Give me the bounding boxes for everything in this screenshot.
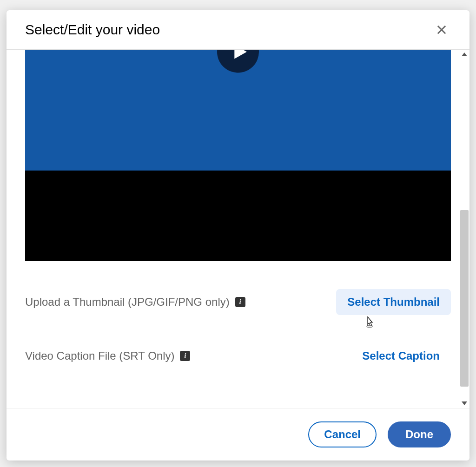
caption-label-text: Video Caption File (SRT Only) <box>25 349 174 362</box>
modal-scroll-content: Upload a Thumbnail (JPG/GIF/PNG only) i … <box>7 50 469 388</box>
scroll-down-icon[interactable] <box>462 401 467 405</box>
caption-label: Video Caption File (SRT Only) i <box>25 349 190 362</box>
done-button[interactable]: Done <box>388 421 451 447</box>
scrollbar[interactable] <box>460 50 469 408</box>
thumbnail-label: Upload a Thumbnail (JPG/GIF/PNG only) i <box>25 296 245 309</box>
edit-video-modal: Select/Edit your video Upload a Thumbnai… <box>7 10 469 460</box>
modal-body: Upload a Thumbnail (JPG/GIF/PNG only) i … <box>7 50 469 408</box>
info-icon[interactable]: i <box>180 351 190 361</box>
thumbnail-row: Upload a Thumbnail (JPG/GIF/PNG only) i … <box>25 289 451 315</box>
select-caption-button[interactable]: Select Caption <box>351 343 451 369</box>
play-icon <box>231 50 249 61</box>
scroll-up-icon[interactable] <box>462 53 467 56</box>
svg-marker-2 <box>234 50 247 59</box>
select-thumbnail-button[interactable]: Select Thumbnail <box>336 289 451 315</box>
modal-title: Select/Edit your video <box>25 22 160 38</box>
close-button[interactable] <box>432 20 451 39</box>
caption-row: Video Caption File (SRT Only) i Select C… <box>25 343 451 369</box>
thumbnail-label-text: Upload a Thumbnail (JPG/GIF/PNG only) <box>25 296 230 309</box>
cancel-button[interactable]: Cancel <box>308 421 377 447</box>
video-preview[interactable] <box>25 50 451 261</box>
close-icon <box>435 23 448 36</box>
scroll-thumb[interactable] <box>460 210 469 387</box>
modal-header: Select/Edit your video <box>7 10 469 50</box>
info-icon[interactable]: i <box>235 297 245 307</box>
modal-footer: Cancel Done <box>7 408 469 460</box>
